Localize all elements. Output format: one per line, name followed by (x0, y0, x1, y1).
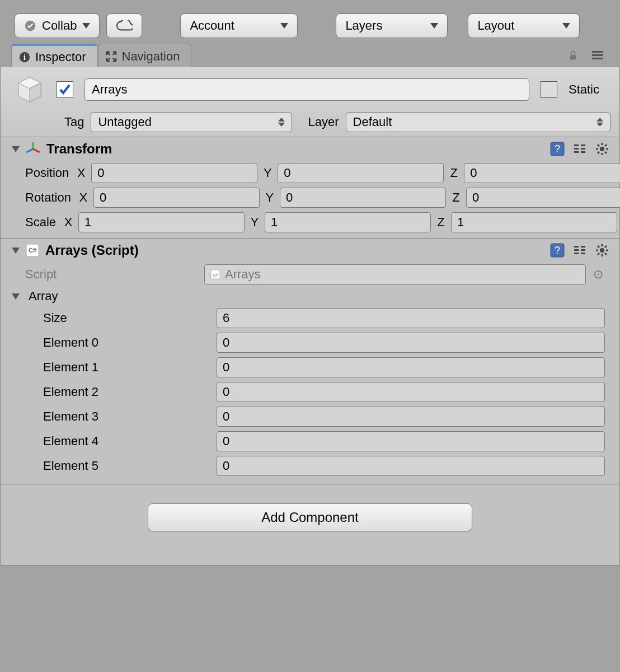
static-label: Static (569, 82, 599, 97)
svg-line-26 (598, 144, 599, 146)
gear-icon[interactable] (594, 141, 610, 157)
expand-icon (105, 50, 118, 63)
svg-text:c#: c# (213, 272, 218, 278)
script-object-field[interactable]: c# Arrays (204, 264, 586, 284)
collab-button[interactable]: Collab (15, 13, 100, 38)
element-0-input[interactable] (217, 333, 605, 353)
element-label: Element 4 (43, 434, 211, 449)
svg-rect-17 (574, 151, 579, 153)
scale-z-input[interactable] (451, 212, 617, 232)
svg-line-46 (605, 253, 607, 255)
position-x-input[interactable] (91, 163, 257, 183)
svg-rect-3 (570, 55, 576, 59)
array-foldout-row: Array (1, 287, 619, 306)
help-icon[interactable]: ? (549, 141, 566, 157)
rotation-row: Rotation X Y Z (1, 185, 619, 210)
svg-rect-5 (592, 54, 603, 56)
svg-rect-18 (581, 144, 585, 146)
menu-icon[interactable] (592, 51, 603, 60)
svg-text:?: ? (555, 245, 560, 256)
cloud-icon (116, 20, 133, 31)
element-4-input[interactable] (217, 431, 605, 451)
help-icon[interactable]: ? (549, 242, 566, 259)
x-label: X (77, 190, 90, 205)
gameobject-icon[interactable] (14, 74, 45, 105)
svg-line-48 (598, 253, 599, 255)
scale-y-input[interactable] (265, 212, 431, 232)
foldout-icon[interactable] (12, 146, 20, 152)
layer-dropdown[interactable]: Default (346, 112, 610, 132)
transform-icon (25, 141, 41, 157)
foldout-icon[interactable] (12, 293, 20, 300)
script-field-label: Script (25, 267, 199, 282)
active-checkbox[interactable] (57, 81, 73, 98)
updown-icon (596, 118, 603, 126)
csharp-script-icon: C# (25, 243, 40, 258)
svg-rect-38 (581, 249, 585, 251)
top-toolbar: Collab Account Layers Layout (0, 7, 620, 44)
svg-line-12 (26, 149, 33, 152)
foldout-icon[interactable] (12, 248, 20, 254)
script-component: C# Arrays (Script) ? Script c (1, 239, 619, 484)
tab-inspector-label: Inspector (35, 50, 86, 64)
position-y-input[interactable] (278, 163, 444, 183)
caret-down-icon (430, 23, 438, 29)
gameobject-name-input[interactable] (84, 78, 529, 101)
array-size-input[interactable] (217, 308, 605, 328)
tag-dropdown[interactable]: Untagged (91, 112, 292, 132)
svg-rect-16 (574, 148, 579, 150)
cloud-button[interactable] (106, 13, 142, 38)
svg-text:C#: C# (29, 247, 36, 254)
preset-icon[interactable] (571, 242, 588, 259)
csharp-small-icon: c# (210, 269, 220, 279)
layers-dropdown[interactable]: Layers (336, 13, 448, 38)
check-circle-icon (24, 20, 36, 32)
transform-component: Transform ? Position X (1, 137, 619, 239)
svg-rect-19 (581, 148, 585, 150)
rotation-y-input[interactable] (280, 188, 446, 208)
preset-icon[interactable] (571, 141, 588, 157)
array-element-row: Element 1 (1, 355, 619, 380)
z-label: Z (447, 166, 461, 180)
script-field-row: Script c# Arrays ⊙ (1, 262, 619, 287)
svg-rect-34 (574, 246, 579, 248)
svg-rect-39 (581, 253, 585, 254)
scale-x-input[interactable] (78, 212, 245, 232)
element-2-input[interactable] (217, 382, 605, 402)
x-label: X (62, 215, 75, 230)
rotation-label: Rotation (25, 190, 71, 205)
object-picker-icon[interactable]: ⊙ (591, 267, 605, 282)
svg-rect-35 (574, 249, 579, 251)
static-checkbox[interactable] (541, 81, 557, 98)
element-3-input[interactable] (217, 407, 605, 427)
svg-point-40 (600, 248, 604, 253)
account-dropdown[interactable]: Account (180, 13, 298, 38)
svg-line-28 (605, 144, 607, 146)
z-label: Z (449, 190, 463, 205)
add-component-button[interactable]: Add Component (148, 503, 472, 531)
rotation-z-input[interactable] (466, 188, 620, 208)
info-icon: i (18, 51, 31, 63)
script-title: Arrays (Script) (45, 242, 139, 258)
script-object-value: Arrays (225, 267, 261, 282)
svg-rect-4 (592, 51, 603, 53)
tab-navigation[interactable]: Navigation (98, 44, 192, 67)
element-5-input[interactable] (217, 456, 605, 476)
svg-line-29 (598, 152, 599, 153)
gear-icon[interactable] (594, 242, 610, 259)
tab-inspector[interactable]: i Inspector (11, 44, 98, 67)
svg-rect-15 (574, 144, 579, 146)
caret-down-icon (562, 23, 570, 29)
array-size-row: Size (1, 306, 619, 330)
element-1-input[interactable] (217, 357, 605, 377)
array-label: Array (29, 289, 58, 304)
x-label: X (74, 166, 88, 180)
layout-dropdown[interactable]: Layout (468, 13, 580, 38)
svg-line-27 (605, 152, 607, 153)
position-z-input[interactable] (464, 163, 620, 183)
lock-icon[interactable] (567, 50, 579, 61)
element-label: Element 3 (43, 409, 211, 424)
svg-rect-20 (581, 151, 585, 153)
rotation-x-input[interactable] (93, 188, 260, 208)
svg-point-21 (600, 147, 604, 151)
